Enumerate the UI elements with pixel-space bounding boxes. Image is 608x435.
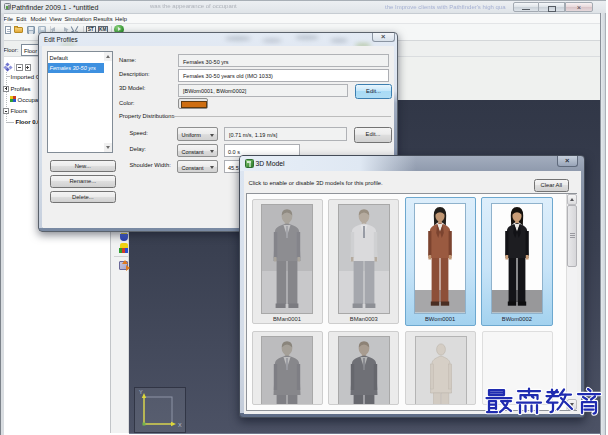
svg-text:Y: Y	[139, 389, 143, 395]
svg-text:X: X	[178, 422, 182, 428]
